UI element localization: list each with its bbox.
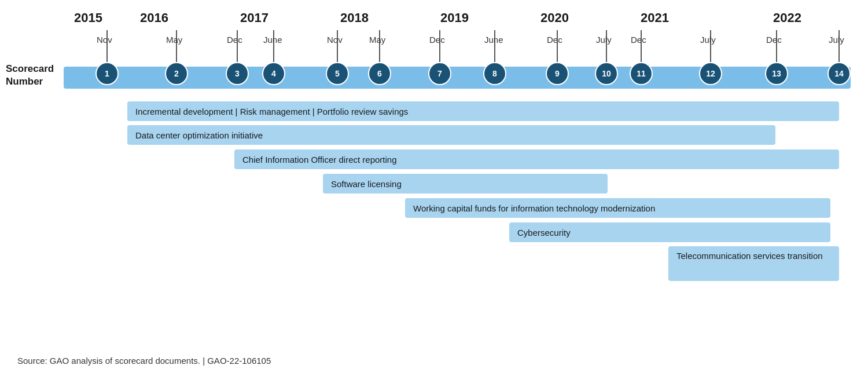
node-7: 7 bbox=[428, 62, 451, 85]
scorecard-label: Scorecard Number bbox=[6, 63, 54, 88]
month-label-7: Dec bbox=[429, 35, 445, 45]
bar-5: Working capital funds for information te… bbox=[405, 198, 830, 218]
year-label-2019: 2019 bbox=[440, 10, 469, 25]
month-label-1: Nov bbox=[97, 35, 112, 45]
month-label-8: June bbox=[484, 35, 503, 45]
node-12: 12 bbox=[699, 62, 722, 85]
bar-2: Data center optimization initiative bbox=[127, 125, 775, 145]
month-label-11: Dec bbox=[631, 35, 646, 45]
month-label-4: June bbox=[263, 35, 282, 45]
year-label-2017: 2017 bbox=[240, 10, 269, 25]
footer-text: Source: GAO analysis of scorecard docume… bbox=[17, 356, 271, 366]
node-8: 8 bbox=[483, 62, 506, 85]
node-11: 11 bbox=[630, 62, 653, 85]
month-label-13: Dec bbox=[766, 35, 782, 45]
node-9: 9 bbox=[546, 62, 569, 85]
year-label-2015: 2015 bbox=[74, 10, 102, 25]
node-6: 6 bbox=[368, 62, 391, 85]
year-label-2021: 2021 bbox=[641, 10, 669, 25]
bar-1: Incremental development | Risk managemen… bbox=[127, 101, 839, 121]
month-label-10: July bbox=[596, 35, 612, 45]
year-label-2016: 2016 bbox=[140, 10, 168, 25]
year-label-2020: 2020 bbox=[540, 10, 569, 25]
bar-4: Software licensing bbox=[323, 174, 608, 194]
node-10: 10 bbox=[595, 62, 618, 85]
bar-7: Telecommunication services transition bbox=[668, 246, 839, 281]
month-label-12: July bbox=[700, 35, 716, 45]
node-13: 13 bbox=[765, 62, 788, 85]
year-label-2022: 2022 bbox=[773, 10, 801, 25]
month-label-5: Nov bbox=[327, 35, 343, 45]
month-label-6: May bbox=[369, 35, 385, 45]
year-label-2018: 2018 bbox=[340, 10, 369, 25]
month-label-14: July bbox=[829, 35, 844, 45]
node-5: 5 bbox=[326, 62, 349, 85]
node-2: 2 bbox=[165, 62, 188, 85]
node-1: 1 bbox=[95, 62, 119, 85]
bar-6: Cybersecurity bbox=[509, 222, 830, 242]
node-4: 4 bbox=[262, 62, 285, 85]
main-container: Scorecard Number Source: GAO analysis of… bbox=[0, 0, 868, 376]
node-3: 3 bbox=[226, 62, 249, 85]
month-label-3: Dec bbox=[227, 35, 242, 45]
month-label-9: Dec bbox=[547, 35, 562, 45]
month-label-2: May bbox=[166, 35, 182, 45]
node-14: 14 bbox=[827, 62, 851, 85]
bar-3: Chief Information Officer direct reporti… bbox=[234, 149, 839, 169]
